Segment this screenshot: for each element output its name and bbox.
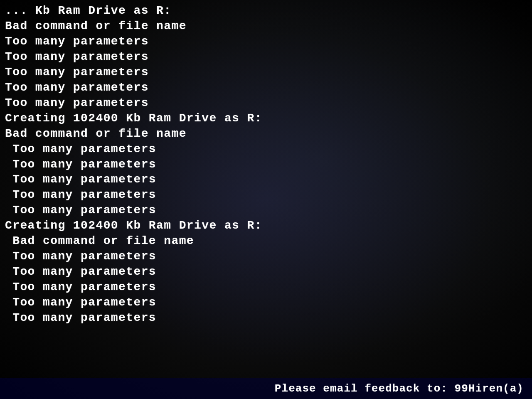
terminal-line: Too many parameters bbox=[5, 80, 527, 96]
terminal-content: ... Kb Ram Drive as R:Bad command or fil… bbox=[0, 0, 532, 399]
terminal-line: Bad command or file name bbox=[5, 19, 527, 34]
terminal-line: Creating 102400 Kb Ram Drive as R: bbox=[5, 218, 527, 234]
terminal-line: Too many parameters bbox=[5, 187, 527, 203]
terminal-line: Too many parameters bbox=[5, 203, 527, 218]
terminal-line: ... Kb Ram Drive as R: bbox=[5, 3, 527, 19]
terminal-line: Bad command or file name bbox=[5, 126, 527, 142]
terminal-line: Too many parameters bbox=[5, 310, 527, 326]
terminal-line: Creating 102400 Kb Ram Drive as R: bbox=[5, 111, 527, 126]
terminal-line: Too many parameters bbox=[5, 249, 527, 264]
status-bar-text: Please email feedback to: 99Hiren(a) bbox=[275, 382, 524, 395]
terminal-line: Too many parameters bbox=[5, 96, 527, 111]
terminal-line: Too many parameters bbox=[5, 65, 527, 80]
terminal-line: Too many parameters bbox=[5, 157, 527, 172]
terminal-line: Too many parameters bbox=[5, 34, 527, 49]
terminal-line: Bad command or file name bbox=[5, 234, 527, 249]
terminal-line: Too many parameters bbox=[5, 49, 527, 65]
terminal-line: Too many parameters bbox=[5, 295, 527, 310]
terminal-line: Too many parameters bbox=[5, 142, 527, 157]
terminal-line: Too many parameters bbox=[5, 172, 527, 187]
terminal-screen: ... Kb Ram Drive as R:Bad command or fil… bbox=[0, 0, 532, 399]
terminal-line: Too many parameters bbox=[5, 280, 527, 295]
status-bar: Please email feedback to: 99Hiren(a) bbox=[0, 378, 532, 399]
terminal-line: Too many parameters bbox=[5, 264, 527, 280]
